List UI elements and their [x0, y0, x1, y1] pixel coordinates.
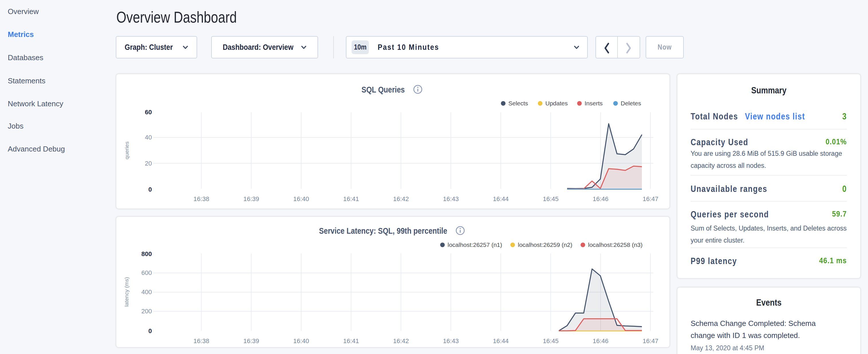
svg-text:0: 0	[149, 327, 152, 334]
svg-text:20: 20	[145, 160, 152, 167]
svg-text:16:38: 16:38	[193, 195, 209, 202]
svg-text:16:42: 16:42	[393, 195, 409, 202]
svg-text:16:44: 16:44	[493, 337, 509, 345]
svg-text:16:45: 16:45	[543, 195, 559, 202]
svg-text:16:38: 16:38	[193, 337, 209, 345]
svg-text:16:39: 16:39	[243, 337, 259, 345]
svg-text:16:47: 16:47	[643, 337, 658, 345]
svg-text:16:47: 16:47	[643, 195, 658, 202]
svg-text:40: 40	[145, 134, 152, 141]
svg-text:16:45: 16:45	[543, 337, 559, 345]
svg-text:0: 0	[149, 186, 152, 193]
svg-text:60: 60	[145, 108, 152, 116]
svg-text:16:43: 16:43	[443, 195, 459, 202]
svg-text:16:46: 16:46	[593, 337, 608, 345]
svg-text:16:43: 16:43	[443, 337, 459, 345]
svg-text:16:42: 16:42	[393, 337, 409, 345]
svg-text:400: 400	[141, 288, 152, 296]
svg-text:600: 600	[141, 269, 152, 277]
svg-text:16:40: 16:40	[293, 337, 309, 345]
svg-text:16:41: 16:41	[343, 337, 359, 345]
svg-text:16:39: 16:39	[243, 195, 259, 202]
svg-text:latency (ms): latency (ms)	[124, 277, 129, 307]
svg-text:16:41: 16:41	[343, 195, 359, 202]
svg-text:800: 800	[141, 250, 152, 257]
svg-text:16:44: 16:44	[493, 195, 509, 202]
svg-text:queries: queries	[124, 141, 130, 159]
svg-text:200: 200	[141, 308, 152, 315]
svg-text:16:46: 16:46	[593, 195, 608, 202]
svg-text:16:40: 16:40	[293, 195, 309, 202]
